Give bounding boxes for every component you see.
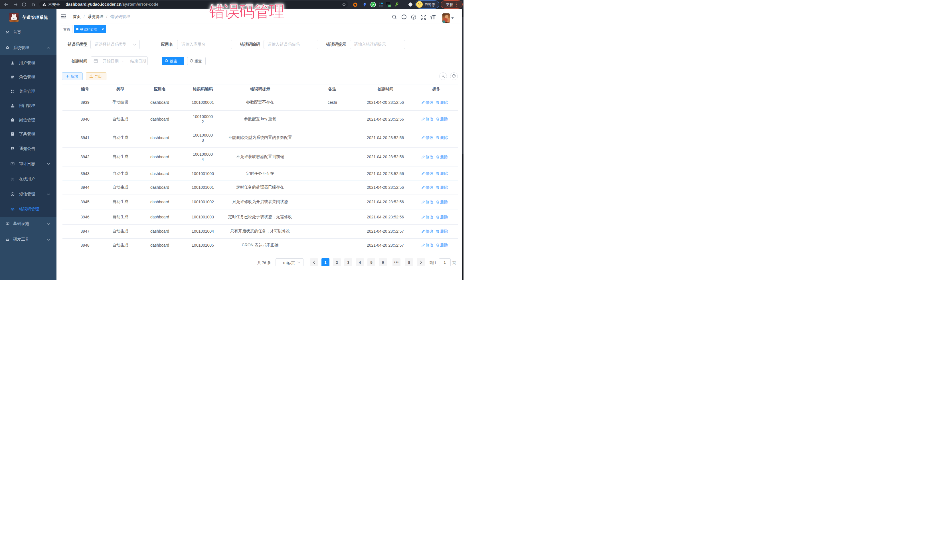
svg-text:on: on [389,5,391,7]
